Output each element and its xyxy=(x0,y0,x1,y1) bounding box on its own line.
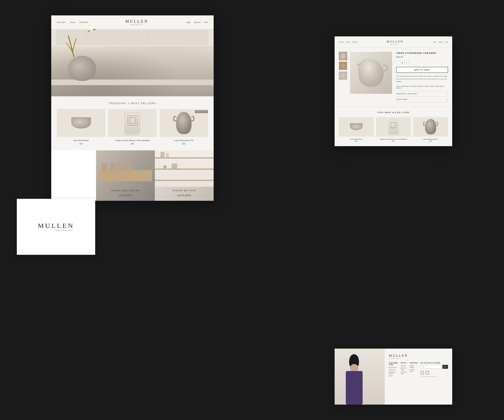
footer-cc-shipping[interactable]: Shipping & Returns xyxy=(389,371,398,374)
plant-vase xyxy=(68,50,96,81)
rec-pot-shape xyxy=(425,119,436,134)
rec-card-pot[interactable]: Leila Distressed Pot $59 xyxy=(413,117,448,142)
footer-about: ABOUT Mission Meet Our Team Customer Inp… xyxy=(401,362,407,377)
rec-blanket-fringe xyxy=(390,134,397,135)
rec-pot-wrapper xyxy=(425,119,436,134)
accordion-questions[interactable]: QUESTIONS ▾ xyxy=(396,97,448,102)
add-to-cart-button[interactable]: ADD TO CART xyxy=(396,67,448,73)
detail-nav-left: Services Shop Portfolio xyxy=(339,41,357,43)
newsletter-form: GO xyxy=(421,365,448,369)
rec-bowl-shape xyxy=(350,123,363,130)
detail-nav-login[interactable]: Login xyxy=(433,41,436,43)
detail-nav-services[interactable]: Services xyxy=(339,41,344,43)
product-img-blanket xyxy=(108,109,157,137)
questions-label: QUESTIONS xyxy=(396,99,407,100)
detail-nav-cart[interactable]: Cart xyxy=(445,41,448,43)
main-nav: Services Shop Portfolio MULLEN DESIGN CO… xyxy=(51,15,214,29)
product-description: This stoneware creamer is just what you … xyxy=(396,75,448,83)
cabinet xyxy=(148,31,178,45)
brand-sub: DESIGN CO. xyxy=(38,229,74,232)
spaces-learn-more[interactable]: LEARN MORE xyxy=(177,194,191,196)
leaf xyxy=(88,31,90,32)
thumbnail-2[interactable] xyxy=(339,62,347,70)
footer-services-custom[interactable]: Custom Seats xyxy=(410,369,418,372)
nav-shop[interactable]: Shop xyxy=(70,21,75,23)
rec-card-blanket[interactable]: Addison Hand Woven Throw Blanket $55 xyxy=(376,117,411,142)
trending-title: TRENDING + BEST SELLERS xyxy=(57,102,208,105)
product-card-bowl[interactable]: Acai Wood Bowl $59 xyxy=(57,109,105,145)
thumbnail-3[interactable] xyxy=(339,71,347,80)
nav-login[interactable]: Login xyxy=(186,21,191,23)
pot-handle-left xyxy=(173,116,177,122)
footer-about-team[interactable]: Meet Our Team xyxy=(401,367,407,370)
nav-cart[interactable]: Cart xyxy=(204,21,208,23)
nav-portfolio[interactable]: Portfolio xyxy=(80,21,88,23)
nav-logo: MULLEN DESIGN CO. xyxy=(125,19,148,25)
detail-nav-shop[interactable]: Shop xyxy=(346,41,350,43)
detail-nav-logo: MULLEN DESIGN CO. xyxy=(387,39,403,45)
detail-content: OWEN STONEWARE CREAMER $24.00 - 1 + ADD … xyxy=(335,48,452,107)
footer-customer-care: CUSTOMER CARE My Account Contact Us Ship… xyxy=(389,362,398,377)
product-price-pot: $59 xyxy=(160,143,208,145)
trending-section: TRENDING + BEST SELLERS Acai Wood Bowl $… xyxy=(51,96,214,150)
dining-chair xyxy=(110,163,116,171)
nav-brand-name: MULLEN xyxy=(125,19,148,24)
footer-cc-faqs[interactable]: FAQs xyxy=(389,375,398,377)
rec-img-bowl xyxy=(339,117,374,137)
product-detail-mockup: Services Shop Portfolio MULLEN DESIGN CO… xyxy=(335,36,452,146)
dining-learn-more[interactable]: LEARN MORE xyxy=(118,194,132,196)
facebook-icon[interactable]: f xyxy=(421,371,424,374)
shelf xyxy=(155,157,214,158)
detail-nav-search[interactable]: Search xyxy=(439,41,443,43)
newsletter-submit[interactable]: GO xyxy=(442,365,448,369)
shelf-item xyxy=(166,153,169,157)
product-accordion: SHIPPING & DELIVERY ▾ QUESTIONS ▾ xyxy=(396,91,448,102)
newsletter-input[interactable] xyxy=(421,365,442,369)
footer-brand-name: MULLEN xyxy=(389,354,408,358)
rec-blanket-shape xyxy=(389,120,398,134)
nav-left: Services Shop Portfolio xyxy=(57,21,88,23)
footer-about-title: ABOUT xyxy=(401,362,407,364)
leaf xyxy=(93,29,95,30)
footer-services-title: SERVICES xyxy=(410,362,418,364)
footer-services-interior[interactable]: Interior Design xyxy=(410,365,418,368)
detail-nav-portfolio[interactable]: Portfolio xyxy=(352,41,357,43)
instagram-icon[interactable]: i xyxy=(426,371,429,374)
accordion-shipping[interactable]: SHIPPING & DELIVERY ▾ xyxy=(396,91,448,97)
product-name-bowl: Acai Wood Bowl xyxy=(57,139,105,142)
nav-services[interactable]: Services xyxy=(57,21,66,23)
rec-pot-handle-right xyxy=(436,122,438,126)
dining-table xyxy=(99,170,152,181)
you-may-like-section: YOU MAY ALSO LIKE Acai Wood Bowl $59 Add… xyxy=(335,107,452,146)
product-title: OWEN STONEWARE CREAMER xyxy=(396,52,448,54)
rec-img-pot xyxy=(413,117,448,137)
questions-arrow: ▾ xyxy=(447,99,448,101)
footer-about-mission[interactable]: Mission xyxy=(401,365,407,367)
nav-search[interactable]: Search xyxy=(194,21,201,23)
detail-nav: Services Shop Portfolio MULLEN DESIGN CO… xyxy=(335,36,452,48)
footer-cc-title: CUSTOMER CARE xyxy=(389,362,398,365)
detail-brand-sub: DESIGN CO. xyxy=(387,44,403,45)
footer-about-input[interactable]: Customer Input xyxy=(401,371,407,374)
product-img-bowl xyxy=(57,109,105,137)
footer-cc-account[interactable]: My Account xyxy=(389,367,398,368)
product-card-blanket[interactable]: Addison Hand Woven Throw Blanket $55 xyxy=(108,109,157,145)
main-logo: MULLEN DESIGN CO. xyxy=(38,222,74,232)
pot-wrapper xyxy=(176,112,192,134)
creamer-wrapper xyxy=(358,59,384,87)
shipping-label: SHIPPING & DELIVERY xyxy=(396,93,417,95)
kitchen-background xyxy=(51,29,214,96)
qty-increase[interactable]: + xyxy=(405,60,409,64)
best-seller-badge: BEST SELLER xyxy=(195,110,208,113)
bottom-logo-area xyxy=(51,150,96,201)
detail-info: OWEN STONEWARE CREAMER $24.00 - 1 + ADD … xyxy=(396,52,448,102)
rec-card-bowl[interactable]: Acai Wood Bowl $59 xyxy=(339,117,374,142)
rec-blanket-pattern xyxy=(391,122,396,128)
shelf-item xyxy=(163,165,167,169)
product-card-pot[interactable]: BEST SELLER Leila Distressed Pot $59 xyxy=(160,109,208,145)
qty-decrease[interactable]: - xyxy=(396,60,400,64)
quantity-control: - 1 + xyxy=(396,60,448,64)
footer-cc-contact[interactable]: Contact Us xyxy=(389,369,398,370)
rec-price-pot: $59 xyxy=(413,140,448,142)
thumbnail-1[interactable] xyxy=(339,52,347,60)
